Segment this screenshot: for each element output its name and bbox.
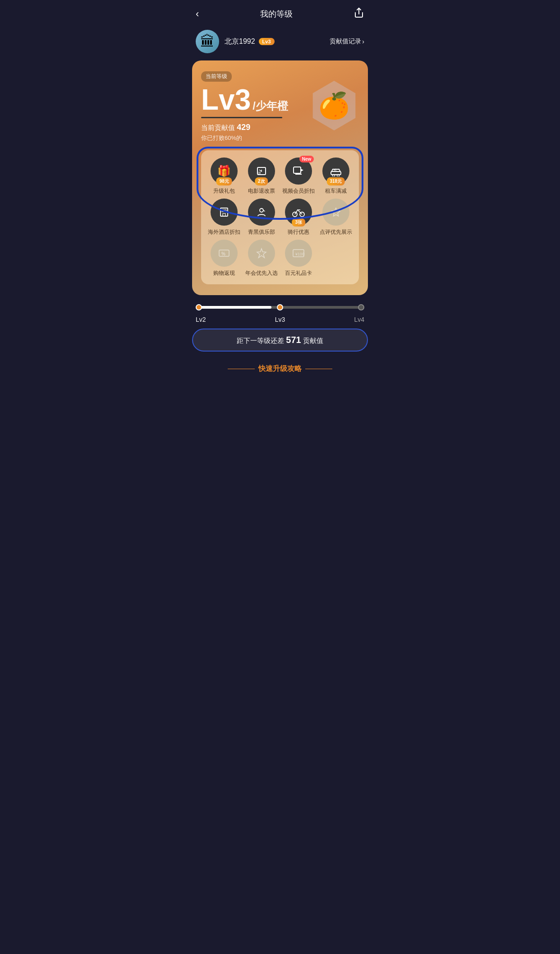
benefit-cycling[interactable]: 3张 骑行优惠 (281, 199, 317, 236)
cashback-icon: % (211, 240, 238, 267)
benefit-icon-wrap: New (285, 157, 312, 185)
dash-right (305, 369, 332, 369)
benefits-container: 🎁 98元 升级礼包 退 2次 电影退改票 (201, 150, 359, 284)
benefit-label-review: 点评优先展示 (320, 228, 352, 236)
annual-icon (248, 240, 275, 267)
benefit-label-annual: 年会优先入选 (245, 269, 278, 277)
club-icon (248, 199, 275, 226)
user-info: 北京1992 Lv3 (225, 37, 330, 46)
benefit-video-vip[interactable]: New 视频会员折扣 (281, 157, 317, 195)
page-title: 我的等级 (260, 9, 293, 19)
next-level-value: 571 (286, 335, 301, 345)
svg-text:¥100: ¥100 (295, 252, 304, 256)
progress-dot-lv3 (277, 304, 283, 310)
benefit-label-gift-card: 百元礼品卡 (285, 269, 312, 277)
svg-marker-4 (301, 169, 303, 171)
user-bar: 🏛 北京1992 Lv3 贡献值记录 › (187, 26, 373, 60)
benefit-upgrade-gift[interactable]: 🎁 98元 升级礼包 (207, 157, 242, 195)
level-number: Lv3 (201, 85, 251, 114)
benefit-label-cycling: 骑行优惠 (288, 228, 309, 236)
benefit-icon-wrap: ¥100 (285, 240, 312, 267)
progress-section: Lv2 Lv3 Lv4 (192, 306, 368, 323)
benefit-car-rental[interactable]: 租 318元 租车满减 (318, 157, 354, 195)
review-priority-icon (322, 199, 349, 226)
benefit-label-gift: 升级礼包 (213, 187, 235, 195)
chevron-right-icon: › (362, 38, 364, 45)
level-underline (201, 117, 282, 118)
benefit-club[interactable]: 青黑俱乐部 (244, 199, 280, 236)
empty-placeholder (322, 240, 349, 267)
benefit-cashback[interactable]: % 购物返现 (207, 240, 242, 277)
mascot-icon: 🍊 (318, 91, 350, 120)
benefit-icon-wrap (322, 240, 349, 267)
benefits-row1: 🎁 98元 升级礼包 退 2次 电影退改票 (207, 157, 353, 195)
svg-rect-6 (331, 171, 341, 175)
next-level-hint: 距下一等级还差 571 贡献值 (192, 329, 368, 352)
current-level-label: 当前等级 (201, 71, 232, 82)
progress-label-lv4: Lv4 (354, 316, 364, 323)
benefit-label-video: 视频会员折扣 (282, 187, 315, 195)
benefits-row3: % 购物返现 年会优先入选 (207, 240, 353, 277)
level-row: Lv3 /少年橙 当前贡献值 429 你已打败60%的 🍊 (201, 85, 359, 142)
progress-dot-lv2 (196, 304, 202, 310)
main-level-card: 当前等级 Lv3 /少年橙 当前贡献值 429 你已打败60%的 🍊 (192, 60, 368, 295)
benefit-icon-wrap: 3张 (285, 199, 312, 226)
back-button[interactable]: ‹ (196, 8, 199, 20)
beat-percent: 你已打败60%的 (201, 134, 309, 142)
gift-badge: 98元 (216, 177, 232, 185)
benefit-hotel[interactable]: 海外酒店折扣 (207, 199, 242, 236)
svg-rect-12 (225, 210, 226, 212)
benefit-label-cashback: 购物返现 (213, 269, 235, 277)
cycling-badge: 3张 (292, 218, 305, 227)
gift-card-icon: ¥100 (285, 240, 312, 267)
share-button[interactable] (353, 7, 364, 21)
level-main: Lv3 /少年橙 (201, 85, 309, 114)
progress-dot-lv4 (358, 304, 364, 310)
contribution-record-button[interactable]: 贡献值记录 › (330, 37, 364, 46)
contribution-line: 当前贡献值 429 (201, 123, 309, 132)
progress-label-lv2: Lv2 (196, 316, 206, 323)
benefit-label-car: 租车满减 (325, 187, 347, 195)
svg-point-8 (337, 175, 339, 177)
benefit-label-hotel: 海外酒店折扣 (208, 228, 240, 236)
username: 北京1992 (225, 37, 255, 46)
svg-rect-10 (220, 208, 228, 216)
benefit-gift-card[interactable]: ¥100 百元礼品卡 (281, 240, 317, 277)
svg-text:退: 退 (258, 171, 261, 175)
svg-marker-17 (332, 208, 340, 216)
quick-upgrade-text: 快速升级攻略 (258, 364, 302, 374)
benefit-icon-wrap (248, 199, 275, 226)
avatar: 🏛 (196, 30, 219, 53)
contribution-value: 429 (237, 123, 250, 132)
car-badge: 318元 (326, 177, 345, 185)
benefit-review-priority[interactable]: 点评优先展示 (318, 199, 354, 236)
progress-labels: Lv2 Lv3 Lv4 (196, 316, 364, 323)
benefit-icon-wrap: 🎁 98元 (211, 157, 238, 185)
progress-dots (196, 304, 364, 310)
quick-upgrade-label: 快速升级攻略 (187, 364, 373, 374)
contribution-record-label: 贡献值记录 (330, 37, 361, 46)
svg-text:%: % (221, 251, 225, 256)
benefit-movie-refund[interactable]: 退 2次 电影退改票 (244, 157, 280, 195)
bottom-section: 快速升级攻略 (187, 364, 373, 383)
movie-badge: 2次 (255, 177, 268, 185)
next-level-prefix: 距下一等级还差 (237, 337, 284, 344)
benefit-icon-wrap (248, 240, 275, 267)
benefit-icon-wrap: % (211, 240, 238, 267)
svg-rect-3 (294, 167, 301, 173)
svg-marker-20 (257, 249, 266, 258)
mascot: 🍊 (309, 81, 359, 130)
level-slash-name: /少年橙 (252, 101, 288, 111)
contribution-prefix: 当前贡献值 (201, 124, 235, 131)
new-badge: New (299, 156, 314, 162)
user-level-badge: Lv3 (259, 38, 275, 45)
benefit-icon-wrap (322, 199, 349, 226)
svg-point-7 (332, 175, 335, 177)
hotel-icon (211, 199, 238, 226)
progress-bar (196, 306, 364, 309)
benefit-label-movie: 电影退改票 (248, 187, 275, 195)
svg-rect-11 (222, 210, 224, 212)
benefit-icon-wrap: 退 2次 (248, 157, 275, 185)
mascot-hex: 🍊 (309, 81, 359, 130)
benefit-annual-meeting[interactable]: 年会优先入选 (244, 240, 280, 277)
